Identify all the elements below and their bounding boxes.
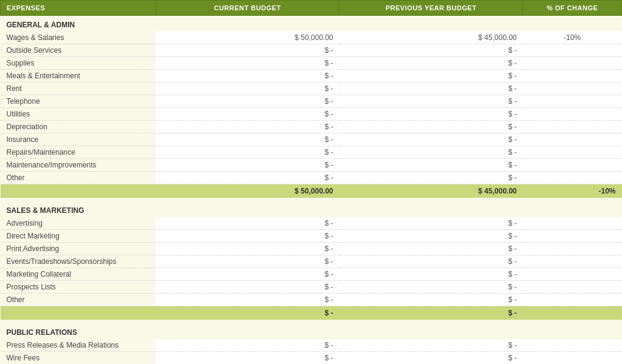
table-row[interactable]: Print Advertising $ - $ - xyxy=(1,243,622,255)
table-row[interactable]: Events/Tradeshows/Sponsorships $ - $ - xyxy=(1,255,622,268)
current-value[interactable]: $ - xyxy=(156,352,339,365)
previous-value[interactable]: $ - xyxy=(340,294,523,306)
pct-change xyxy=(523,255,622,268)
current-value[interactable]: $ - xyxy=(156,133,339,146)
current-value[interactable]: $ - xyxy=(156,57,339,70)
current-value[interactable]: $ - xyxy=(156,44,339,57)
subtotal-row-general-admin: $ 50,000.00 $ 45,000.00 -10% xyxy=(1,184,622,198)
previous-value[interactable]: $ - xyxy=(340,57,523,70)
section-header-sales-marketing: SALES & MARKETING xyxy=(1,201,622,217)
table-row[interactable]: Utilities $ - $ - xyxy=(1,108,622,121)
current-value[interactable]: $ 50,000.00 xyxy=(156,32,339,44)
subtotal-previous: $ 45,000.00 xyxy=(340,184,523,198)
pct-change xyxy=(523,230,622,243)
previous-value[interactable]: $ 45,000.00 xyxy=(340,32,523,44)
expense-label: Marketing Collateral xyxy=(1,268,156,281)
header-current-budget: CURRENT BUDGET xyxy=(156,1,339,16)
table-row[interactable]: Direct Marketing $ - $ - xyxy=(1,230,622,243)
table-row[interactable]: Other $ - $ - xyxy=(1,294,622,306)
pct-change xyxy=(523,339,622,352)
current-value[interactable]: $ - xyxy=(156,70,339,83)
previous-value[interactable]: $ - xyxy=(340,230,523,243)
previous-value[interactable]: $ - xyxy=(340,70,523,83)
current-value[interactable]: $ - xyxy=(156,230,339,243)
table-row[interactable]: Outside Services $ - $ - xyxy=(1,44,622,57)
expense-label: Meals & Entertainment xyxy=(1,70,156,83)
pct-change xyxy=(523,57,622,70)
previous-value[interactable]: $ - xyxy=(340,268,523,281)
subtotal-pct: -10% xyxy=(523,184,622,198)
table-row[interactable]: Press Releases & Media Relations $ - $ - xyxy=(1,339,622,352)
header-previous-budget: PREVIOUS YEAR BUDGET xyxy=(340,1,523,16)
pct-change xyxy=(523,217,622,230)
table-row[interactable]: Insurance $ - $ - xyxy=(1,133,622,146)
table-row[interactable]: Depreciation $ - $ - xyxy=(1,121,622,133)
current-value[interactable]: $ - xyxy=(156,83,339,95)
table-row[interactable]: Advertising $ - $ - xyxy=(1,217,622,230)
previous-value[interactable]: $ - xyxy=(340,339,523,352)
previous-value[interactable]: $ - xyxy=(340,255,523,268)
table-row[interactable]: Meals & Entertainment $ - $ - xyxy=(1,70,622,83)
expense-label: Wire Fees xyxy=(1,352,156,365)
previous-value[interactable]: $ - xyxy=(340,159,523,172)
previous-value[interactable]: $ - xyxy=(340,172,523,184)
expense-label: Repairs/Maintenance xyxy=(1,146,156,159)
pct-change: -10% xyxy=(523,32,622,44)
current-value[interactable]: $ - xyxy=(156,121,339,133)
previous-value[interactable]: $ - xyxy=(340,44,523,57)
expense-label: Utilities xyxy=(1,108,156,121)
current-value[interactable]: $ - xyxy=(156,159,339,172)
previous-value[interactable]: $ - xyxy=(340,281,523,294)
previous-value[interactable]: $ - xyxy=(340,217,523,230)
expense-label: Rent xyxy=(1,83,156,95)
table-row[interactable]: Supplies $ - $ - xyxy=(1,57,622,70)
previous-value[interactable]: $ - xyxy=(340,146,523,159)
table-row[interactable]: Other $ - $ - xyxy=(1,172,622,184)
current-value[interactable]: $ - xyxy=(156,294,339,306)
expense-label: Wages & Salaries xyxy=(1,32,156,44)
pct-change xyxy=(523,268,622,281)
current-value[interactable]: $ - xyxy=(156,281,339,294)
pct-change xyxy=(523,243,622,255)
current-value[interactable]: $ - xyxy=(156,339,339,352)
previous-value[interactable]: $ - xyxy=(340,108,523,121)
table-row[interactable]: Wire Fees $ - $ - xyxy=(1,352,622,365)
previous-value[interactable]: $ - xyxy=(340,95,523,108)
current-value[interactable]: $ - xyxy=(156,108,339,121)
current-value[interactable]: $ - xyxy=(156,95,339,108)
previous-value[interactable]: $ - xyxy=(340,121,523,133)
table-row[interactable]: Rent $ - $ - xyxy=(1,83,622,95)
pct-change xyxy=(523,133,622,146)
current-value[interactable]: $ - xyxy=(156,243,339,255)
current-value[interactable]: $ - xyxy=(156,217,339,230)
current-value[interactable]: $ - xyxy=(156,146,339,159)
table-row[interactable]: Prospects Lists $ - $ - xyxy=(1,281,622,294)
header-pct-change: % OF CHANGE xyxy=(523,1,622,16)
pct-change xyxy=(523,121,622,133)
pct-change xyxy=(523,159,622,172)
table-row[interactable]: Maintenance/Improvements $ - $ - xyxy=(1,159,622,172)
current-value[interactable]: $ - xyxy=(156,172,339,184)
table-row[interactable]: Repairs/Maintenance $ - $ - xyxy=(1,146,622,159)
previous-value[interactable]: $ - xyxy=(340,352,523,365)
previous-value[interactable]: $ - xyxy=(340,243,523,255)
current-value[interactable]: $ - xyxy=(156,255,339,268)
section-header-public-relations: PUBLIC RELATIONS xyxy=(1,323,622,339)
pct-change xyxy=(523,70,622,83)
expense-label: Press Releases & Media Relations xyxy=(1,339,156,352)
previous-value[interactable]: $ - xyxy=(340,133,523,146)
table-row[interactable]: Telephone $ - $ - xyxy=(1,95,622,108)
pct-change xyxy=(523,172,622,184)
expense-label: Outside Services xyxy=(1,44,156,57)
budget-spreadsheet: EXPENSES CURRENT BUDGET PREVIOUS YEAR BU… xyxy=(0,0,622,364)
expense-label: Telephone xyxy=(1,95,156,108)
pct-change xyxy=(523,108,622,121)
expense-label: Supplies xyxy=(1,57,156,70)
previous-value[interactable]: $ - xyxy=(340,83,523,95)
table-row[interactable]: Wages & Salaries $ 50,000.00 $ 45,000.00… xyxy=(1,32,622,44)
pct-change xyxy=(523,294,622,306)
expense-label: Depreciation xyxy=(1,121,156,133)
table-row[interactable]: Marketing Collateral $ - $ - xyxy=(1,268,622,281)
current-value[interactable]: $ - xyxy=(156,268,339,281)
expense-label: Other xyxy=(1,294,156,306)
